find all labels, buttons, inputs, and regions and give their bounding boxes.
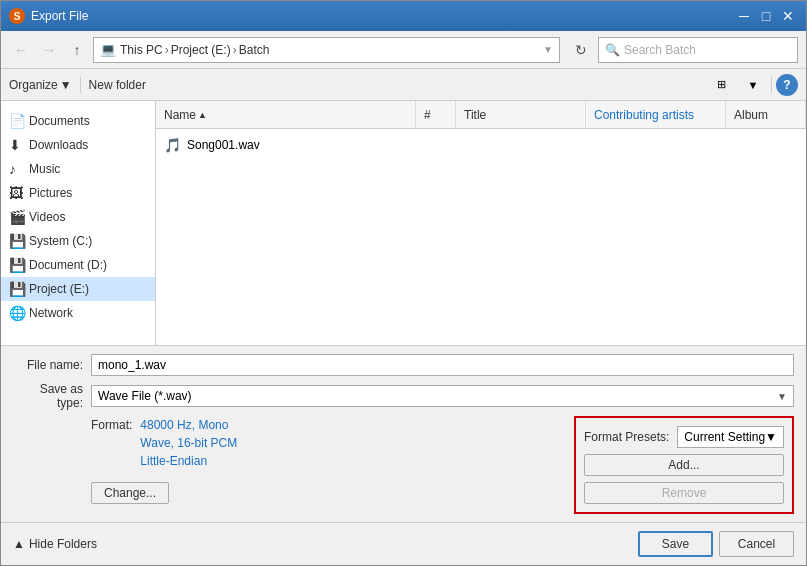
refresh-button[interactable]: ↻ (568, 37, 594, 63)
save-button[interactable]: Save (638, 531, 713, 557)
organize-button[interactable]: Organize ▼ (9, 74, 72, 96)
sidebar-item-music[interactable]: ♪Music (1, 157, 155, 181)
view-controls: ⊞ ▼ ? (707, 74, 798, 96)
breadcrumb-icon: 💻 (100, 42, 116, 57)
breadcrumb: This PC › Project (E:) › Batch (120, 43, 269, 57)
up-button[interactable]: ↑ (65, 38, 89, 62)
sidebar-item-system-c[interactable]: 💾System (C:) (1, 229, 155, 253)
presets-arrow-icon: ▼ (765, 430, 777, 444)
window-controls: ─ □ ✕ (734, 6, 798, 26)
close-button[interactable]: ✕ (778, 6, 798, 26)
table-row[interactable]: 🎵 Song001.wav (156, 133, 806, 157)
sidebar-item-videos[interactable]: 🎬Videos (1, 205, 155, 229)
filename-row: File name: (13, 354, 794, 376)
sidebar-document-d-icon: 💾 (9, 257, 25, 273)
sidebar-item-documents[interactable]: 📄Documents (1, 109, 155, 133)
sort-arrow-icon: ▲ (198, 110, 207, 120)
sidebar-documents-label: Documents (29, 114, 90, 128)
sidebar-project-e-label: Project (E:) (29, 282, 89, 296)
format-area: Format: 48000 Hz, Mono Wave, 16-bit PCM … (13, 416, 794, 514)
format-presets-panel: Format Presets: Current Setting ▼ Add...… (574, 416, 794, 514)
title-bar: S Export File ─ □ ✕ (1, 1, 806, 31)
presets-label: Format Presets: (584, 430, 669, 444)
sidebar-documents-icon: 📄 (9, 113, 25, 129)
sidebar-spacer (1, 101, 155, 109)
sidebar-downloads-label: Downloads (29, 138, 88, 152)
sidebar-project-e-icon: 💾 (9, 281, 25, 297)
forward-button[interactable]: → (37, 38, 61, 62)
sidebar-item-project-e[interactable]: 💾Project (E:) (1, 277, 155, 301)
toolbar-divider2 (771, 77, 772, 93)
sidebar-item-downloads[interactable]: ⬇Downloads (1, 133, 155, 157)
bottom-form-area: File name: Save as type: Wave File (*.wa… (1, 345, 806, 522)
sidebar-videos-label: Videos (29, 210, 65, 224)
back-button[interactable]: ← (9, 38, 33, 62)
sidebar-item-network[interactable]: 🌐Network (1, 301, 155, 325)
sidebar-downloads-icon: ⬇ (9, 137, 25, 153)
preset-selector-row: Format Presets: Current Setting ▼ (584, 426, 784, 448)
sidebar: 📄Documents⬇Downloads♪Music🖼Pictures🎬Vide… (1, 101, 156, 345)
column-header-title[interactable]: Title (456, 101, 586, 128)
export-file-dialog: S Export File ─ □ ✕ ← → ↑ 💻 This PC › Pr… (0, 0, 807, 566)
minimize-button[interactable]: ─ (734, 6, 754, 26)
nav-toolbar: ← → ↑ 💻 This PC › Project (E:) › Batch ▼… (1, 31, 806, 69)
file-audio-icon: 🎵 (164, 137, 181, 153)
view-toggle-button[interactable]: ⊞ (707, 74, 735, 96)
column-header-contributing[interactable]: Contributing artists (586, 101, 726, 128)
sidebar-system-c-label: System (C:) (29, 234, 92, 248)
sidebar-item-pictures[interactable]: 🖼Pictures (1, 181, 155, 205)
sidebar-videos-icon: 🎬 (9, 209, 25, 225)
cancel-button[interactable]: Cancel (719, 531, 794, 557)
savetype-arrow-icon: ▼ (777, 391, 787, 402)
new-folder-button[interactable]: New folder (89, 74, 146, 96)
hide-folders-toggle[interactable]: ▲ Hide Folders (13, 537, 97, 551)
savetype-row: Save as type: Wave File (*.wav) ▼ (13, 382, 794, 410)
address-dropdown-arrow[interactable]: ▼ (543, 44, 553, 55)
filename-input[interactable] (91, 354, 794, 376)
remove-preset-button[interactable]: Remove (584, 482, 784, 504)
search-icon: 🔍 (605, 43, 620, 57)
savetype-dropdown[interactable]: Wave File (*.wav) ▼ (91, 385, 794, 407)
sidebar-music-icon: ♪ (9, 161, 25, 177)
format-left: Format: 48000 Hz, Mono Wave, 16-bit PCM … (91, 416, 237, 504)
filename-label: File name: (13, 358, 83, 372)
column-header-name[interactable]: Name ▲ (156, 101, 416, 128)
dialog-footer: ▲ Hide Folders Save Cancel (1, 522, 806, 565)
savetype-label: Save as type: (13, 382, 83, 410)
address-bar[interactable]: 💻 This PC › Project (E:) › Batch ▼ (93, 37, 560, 63)
organize-arrow-icon: ▼ (60, 78, 72, 92)
sidebar-item-document-d[interactable]: 💾Document (D:) (1, 253, 155, 277)
maximize-button[interactable]: □ (756, 6, 776, 26)
add-preset-button[interactable]: Add... (584, 454, 784, 476)
toolbar-divider (80, 77, 81, 93)
sidebar-system-c-icon: 💾 (9, 233, 25, 249)
change-format-button[interactable]: Change... (91, 482, 169, 504)
help-button[interactable]: ? (776, 74, 798, 96)
column-header-hash[interactable]: # (416, 101, 456, 128)
file-toolbar: Organize ▼ New folder ⊞ ▼ ? (1, 69, 806, 101)
main-area: 📄Documents⬇Downloads♪Music🖼Pictures🎬Vide… (1, 101, 806, 345)
column-header-album[interactable]: Album (726, 101, 806, 128)
file-name: Song001.wav (187, 138, 260, 152)
app-icon: S (9, 8, 25, 24)
sidebar-network-label: Network (29, 306, 73, 320)
sidebar-pictures-icon: 🖼 (9, 185, 25, 201)
file-list-header: Name ▲ # Title Contributing artists Albu… (156, 101, 806, 129)
format-label: Format: (91, 418, 132, 432)
dialog-title: Export File (31, 9, 728, 23)
file-list: 🎵 Song001.wav (156, 129, 806, 345)
file-area: Name ▲ # Title Contributing artists Albu… (156, 101, 806, 345)
sidebar-network-icon: 🌐 (9, 305, 25, 321)
sidebar-music-label: Music (29, 162, 60, 176)
search-placeholder: Search Batch (624, 43, 696, 57)
hide-folders-icon: ▲ (13, 537, 25, 551)
sidebar-pictures-label: Pictures (29, 186, 72, 200)
format-info-row: Format: 48000 Hz, Mono Wave, 16-bit PCM … (91, 416, 237, 476)
format-info: 48000 Hz, Mono Wave, 16-bit PCM Little-E… (140, 416, 237, 470)
presets-dropdown[interactable]: Current Setting ▼ (677, 426, 784, 448)
hide-folders-label: Hide Folders (29, 537, 97, 551)
view-dropdown-button[interactable]: ▼ (739, 74, 767, 96)
sidebar-document-d-label: Document (D:) (29, 258, 107, 272)
search-box[interactable]: 🔍 Search Batch (598, 37, 798, 63)
